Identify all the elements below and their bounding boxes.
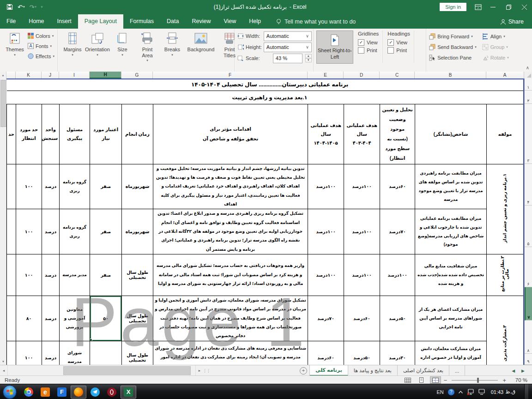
tab-file[interactable]: File bbox=[0, 14, 22, 29]
cell-c7[interactable]: ۵۰درصد bbox=[380, 296, 415, 341]
scale-spinner[interactable]: ▲▼ bbox=[305, 54, 312, 62]
header-cell-hadaf-403[interactable]: هدف عملیاتی سال ۴۰۳-۴۰۴ bbox=[344, 104, 380, 164]
row-header-8[interactable]: ۸ bbox=[525, 320, 532, 354]
redo-button[interactable]: ↷▾ bbox=[29, 4, 36, 11]
normal-view-button[interactable] bbox=[402, 376, 413, 384]
cell-h5[interactable]: صفر bbox=[90, 209, 122, 254]
tab-formulas[interactable]: Formulas bbox=[123, 14, 160, 29]
header-cell-clipped[interactable]: حد bbox=[7, 104, 16, 164]
sheet-title-row[interactable]: برنامه عملیاتی دبیرستان............... س… bbox=[16, 79, 524, 91]
cell-b4[interactable]: میزان مطابقت برنامه راهبردی تدوین شده بر… bbox=[415, 164, 487, 209]
restore-button[interactable] bbox=[501, 0, 516, 14]
zoom-in-icon[interactable]: + bbox=[502, 377, 506, 384]
cell-d5[interactable]: ۱۰۰درصد bbox=[344, 209, 380, 254]
cell-group-1[interactable]: ۱.برنامه ریزی و تعیین چشم انداز bbox=[487, 164, 524, 254]
cell-g5[interactable]: شهریورماه bbox=[122, 209, 153, 254]
horizontal-scroll-track[interactable] bbox=[7, 365, 196, 376]
cell-j7[interactable]: درصد bbox=[42, 296, 60, 341]
horizontal-scrollbar[interactable]: ◄ ► bbox=[0, 365, 203, 376]
cell-l4[interactable] bbox=[7, 164, 16, 209]
cell-l7[interactable] bbox=[7, 296, 16, 341]
cell-g8[interactable]: طول سال تحصیلی bbox=[122, 341, 153, 365]
cell-e7[interactable]: ۷۰درصد bbox=[308, 296, 344, 341]
height-dropdown[interactable]: Automatic ∨ bbox=[264, 42, 312, 52]
tab-view[interactable]: View bbox=[217, 14, 242, 29]
header-cell-shakhes[interactable]: شاخص(نشانگر) bbox=[415, 104, 487, 164]
scroll-left-icon[interactable]: ◄ bbox=[0, 365, 7, 376]
column-header-G[interactable]: G bbox=[121, 72, 153, 79]
cell-f6[interactable]: واریز همه وجوهات دریافتی به حساب مدرسه؛ … bbox=[153, 254, 308, 296]
language-indicator[interactable]: EN bbox=[436, 389, 443, 395]
taskbar-telegram-button[interactable] bbox=[87, 386, 103, 399]
display-tray-icon[interactable] bbox=[478, 389, 485, 395]
column-header-A[interactable]: A bbox=[486, 72, 523, 79]
row-header-2[interactable]: ۲ bbox=[525, 91, 532, 104]
cell-outside[interactable] bbox=[7, 79, 16, 91]
sheet-tab-natayej[interactable]: بعد نتایج و پیامد ها bbox=[348, 365, 398, 376]
cell-d8[interactable]: ۵۰درصد bbox=[344, 341, 380, 365]
size-button[interactable]: Size ▾ bbox=[110, 30, 134, 66]
margins-button[interactable]: Margins ▾ bbox=[60, 30, 85, 66]
cell-b7[interactable]: میزان مشارکت اعضای هر یک از شوراهای مدرس… bbox=[415, 296, 487, 341]
cell-j5[interactable]: درصد bbox=[42, 209, 60, 254]
header-cell-etebar[interactable]: اعتبار مورد نیاز bbox=[90, 104, 122, 164]
vertical-scrollbar[interactable]: ▲ ▼ bbox=[0, 72, 6, 365]
row-header-5[interactable]: ۵ bbox=[525, 206, 532, 247]
cell-c5[interactable]: ۷۰درصد bbox=[380, 209, 415, 254]
cell-g6[interactable]: طول سال تحصیلی bbox=[122, 254, 153, 296]
taskbar-excel-button[interactable]: X bbox=[121, 386, 136, 399]
start-button[interactable] bbox=[2, 385, 18, 399]
colors-button[interactable]: Colors ▾ bbox=[28, 31, 54, 41]
cell-l6[interactable] bbox=[7, 254, 16, 296]
print-area-button[interactable]: Print Area ▾ bbox=[135, 30, 159, 66]
scale-input[interactable]: 43 % bbox=[273, 54, 302, 63]
close-button[interactable] bbox=[516, 0, 532, 14]
cell-k6[interactable]: ۱۰۰ bbox=[16, 254, 42, 296]
column-header-I[interactable]: I bbox=[59, 72, 90, 79]
zoom-slider[interactable] bbox=[452, 380, 498, 381]
row-header-4[interactable]: ۴ bbox=[525, 164, 532, 206]
row-header-3[interactable]: ۳ bbox=[525, 104, 532, 164]
cell-i7[interactable]: معاونین آموزشی و پرورشی bbox=[60, 296, 90, 341]
scroll-right-icon[interactable]: ► bbox=[196, 365, 203, 376]
tab-home[interactable]: Home bbox=[22, 14, 50, 29]
cell-outside[interactable] bbox=[7, 91, 16, 104]
tab-splitter-grip[interactable]: ⋮⋮ bbox=[203, 365, 210, 376]
new-sheet-button[interactable]: + bbox=[297, 365, 309, 376]
tab-nav-right-icon[interactable]: ▶ bbox=[521, 369, 525, 373]
cell-i4[interactable]: گروه برنامه ریزی bbox=[60, 164, 90, 209]
help-tray-icon[interactable]: ? bbox=[448, 389, 454, 395]
cell-k8[interactable]: ۱۰۰ bbox=[16, 341, 42, 365]
sheet-tab-barname-koli[interactable]: برنامه کلی bbox=[309, 365, 348, 376]
cell-g7[interactable]: طول سال تحصیلی bbox=[122, 296, 153, 341]
headings-print-checkbox[interactable]: Print bbox=[387, 47, 410, 54]
page-break-preview-button[interactable] bbox=[430, 376, 441, 384]
sign-in-button[interactable]: Sign in bbox=[440, 3, 466, 11]
column-header-K[interactable]: K bbox=[16, 72, 42, 79]
column-header-D[interactable]: D bbox=[344, 72, 380, 79]
taskbar-blue-app-button[interactable]: F bbox=[54, 386, 70, 399]
tab-nav-left-icon[interactable]: ◀ bbox=[512, 369, 515, 373]
save-button[interactable] bbox=[6, 4, 13, 10]
cell-d4[interactable]: ۱۰۰درصد bbox=[344, 164, 380, 209]
cell-b8[interactable]: میزان مشارکت معلمان، دانش آموزان و اولیا… bbox=[415, 341, 487, 365]
header-cell-eqdamat[interactable]: اقدامات مؤثر برای تحقق مؤلفه و شاخص آن bbox=[153, 104, 308, 164]
zoom-level[interactable]: 70 % bbox=[509, 377, 527, 383]
horizontal-scroll-thumb[interactable] bbox=[63, 366, 191, 375]
cell-c8[interactable]: ۴۰درصد bbox=[380, 341, 415, 365]
cell-j8[interactable]: درصد bbox=[42, 341, 60, 365]
width-dropdown[interactable]: Automatic ∨ bbox=[264, 31, 312, 41]
selected-cell-H7[interactable]: ۵۰ bbox=[90, 296, 122, 341]
cell-f7[interactable]: تشکیل شورای مدرسه، شورای معلمان، شورای د… bbox=[153, 296, 308, 341]
cell-i6[interactable]: مدیر مدرسه bbox=[60, 254, 90, 296]
cell-group-3[interactable]: ۳.مشارکت پذیری bbox=[487, 296, 524, 365]
cell-k7[interactable]: ۸۰ bbox=[16, 296, 42, 341]
column-header-partial[interactable] bbox=[6, 72, 16, 79]
sheet-tab-koneshgaran[interactable]: بعد کنشگران اصلی bbox=[398, 365, 449, 376]
network-tray-icon[interactable] bbox=[467, 389, 474, 395]
cell-h8[interactable] bbox=[90, 341, 122, 365]
cell-h6[interactable]: صفر bbox=[90, 254, 122, 296]
header-cell-vahed[interactable]: واحد سنجش bbox=[42, 104, 60, 164]
cell-e5[interactable]: ۱۰۰درصد bbox=[308, 209, 344, 254]
minimize-button[interactable] bbox=[485, 0, 501, 14]
